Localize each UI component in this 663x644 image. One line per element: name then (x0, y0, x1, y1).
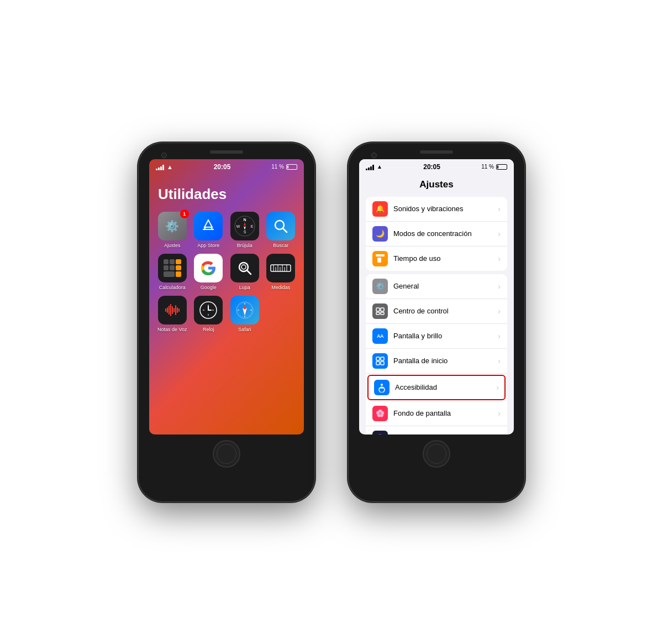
home-button-right[interactable] (423, 440, 450, 468)
svg-text:N: N (243, 218, 246, 222)
app-label-calculadora: Calculadora (159, 285, 186, 290)
settings-label-accesibilidad: Accesibilidad (395, 383, 496, 391)
app-grid: ⚙️ 1 Ajustes App Stor (149, 212, 304, 332)
app-icon-buscar (266, 212, 295, 240)
chevron-inicio: › (498, 357, 501, 365)
svg-rect-37 (376, 254, 385, 256)
settings-label-control: Centro de control (393, 307, 498, 315)
svg-text:W: W (236, 224, 240, 228)
app-item-safari[interactable]: Safari (229, 296, 260, 332)
settings-row-concentracion[interactable]: 🌙 Modos de concentración › (366, 222, 507, 247)
app-label-google: Google (201, 285, 217, 290)
app-icon-appstore (194, 212, 223, 240)
settings-row-sonidos[interactable]: 🔔 Sonidos y vibraciones › (366, 197, 507, 222)
phone-left: ▲ 20:05 11 % Utilidades ⚙️ 1 (138, 143, 315, 502)
app-icon-ajustes: ⚙️ 1 (158, 212, 187, 240)
home-button-inner-right (427, 444, 446, 464)
svg-rect-40 (381, 308, 384, 311)
settings-row-general[interactable]: ⚙️ General › (366, 274, 507, 299)
app-item-reloj[interactable]: Reloj (193, 296, 224, 332)
settings-icon-sonidos: 🔔 (372, 201, 388, 217)
status-left-icons-right: ▲ (366, 164, 382, 170)
settings-label-tiempo: Tiempo de uso (393, 254, 498, 263)
home-screen: ▲ 20:05 11 % Utilidades ⚙️ 1 (149, 159, 304, 434)
chevron-sonidos: › (498, 205, 501, 213)
app-icon-medidas (266, 254, 295, 282)
settings-row-accesibilidad[interactable]: Accesibilidad › (367, 375, 506, 400)
app-icon-notasvoz (158, 296, 187, 324)
chevron-fondo: › (498, 409, 501, 418)
app-label-appstore: App Store (197, 243, 219, 248)
camera-right (371, 153, 377, 158)
home-button-left[interactable] (213, 440, 240, 468)
chevron-siri: › (498, 434, 501, 434)
settings-row-pantalla[interactable]: AA Pantalla y brillo › (366, 324, 507, 349)
settings-label-general: General (393, 282, 498, 290)
settings-row-tiempo[interactable]: Tiempo de uso › (366, 247, 507, 271)
speaker-left (210, 150, 243, 154)
svg-line-13 (247, 270, 251, 274)
phone-right: ▲ 20:05 11 % Ajustes 🔔 (348, 143, 525, 502)
speaker-right (420, 150, 453, 154)
app-icon-lupa (230, 254, 259, 282)
settings-label-pantalla: Pantalla y brillo (393, 332, 498, 340)
settings-icon-general: ⚙️ (372, 279, 388, 294)
app-label-reloj: Reloj (203, 327, 214, 332)
status-bar-left: ▲ 20:05 11 % (149, 159, 304, 175)
phone-top-bar-left (138, 143, 315, 154)
signal-icon-right (366, 164, 374, 170)
svg-rect-41 (376, 312, 380, 315)
app-item-google[interactable]: Google (193, 254, 224, 290)
battery-icon-left (286, 164, 297, 170)
settings-row-inicio[interactable]: Pantalla de inicio › (366, 349, 507, 374)
status-left-icons: ▲ (156, 164, 173, 170)
settings-icon-fondo: 🌸 (372, 406, 388, 421)
svg-rect-42 (381, 312, 384, 315)
phone-screen-right: ▲ 20:05 11 % Ajustes 🔔 (359, 159, 514, 434)
settings-row-fondo[interactable]: 🌸 Fondo de pantalla › (366, 401, 507, 426)
wifi-icon-right: ▲ (377, 164, 382, 170)
app-label-safari: Safari (238, 327, 251, 332)
settings-label-inicio: Pantalla de inicio (393, 357, 498, 365)
settings-title: Ajustes (359, 179, 514, 190)
app-item-brujula[interactable]: N S W E Brújula (229, 212, 260, 248)
settings-header: Ajustes (359, 175, 514, 193)
time-right: 20:05 (423, 163, 440, 171)
settings-icon-siri (372, 431, 388, 434)
app-item-medidas[interactable]: Medidas (266, 254, 297, 290)
settings-label-siri: Siri y Buscar (393, 434, 498, 434)
app-item-calculadora[interactable]: Calculadora (157, 254, 188, 290)
home-button-inner-left (217, 444, 236, 464)
svg-line-10 (283, 228, 287, 232)
app-item-lupa[interactable]: Lupa (229, 254, 260, 290)
app-icon-calculadora (158, 254, 187, 282)
app-item-appstore[interactable]: App Store (193, 212, 224, 248)
app-item-ajustes[interactable]: ⚙️ 1 Ajustes (157, 212, 188, 248)
app-item-buscar[interactable]: Buscar (266, 212, 297, 248)
battery-icon-right (496, 164, 507, 170)
svg-rect-44 (381, 357, 384, 360)
settings-icon-tiempo (372, 251, 388, 266)
chevron-concentracion: › (498, 229, 501, 238)
svg-marker-8 (244, 226, 246, 230)
settings-row-siri[interactable]: Siri y Buscar › (366, 426, 507, 434)
camera-left (161, 153, 167, 158)
app-icon-safari (230, 296, 259, 324)
settings-icon-accesibilidad (374, 380, 390, 395)
status-right-icons-right: 11 % (481, 164, 507, 170)
app-label-lupa: Lupa (239, 285, 250, 290)
battery-label-right: 11 % (481, 164, 494, 170)
app-label-brujula: Brújula (237, 243, 252, 248)
app-item-notasvoz[interactable]: Notas de Voz (157, 296, 188, 332)
app-icon-brujula: N S W E (230, 212, 259, 240)
settings-section-1: 🔔 Sonidos y vibraciones › 🌙 Modos de con… (366, 197, 507, 271)
settings-row-control[interactable]: Centro de control › (366, 299, 507, 324)
battery-label-left: 11 % (271, 164, 284, 170)
status-right-icons-left: 11 % (271, 164, 297, 170)
chevron-tiempo: › (498, 254, 501, 263)
settings-section-2: ⚙️ General › Centro de control (366, 274, 507, 434)
svg-rect-45 (376, 362, 380, 365)
chevron-general: › (498, 282, 501, 291)
phone-screen-left: ▲ 20:05 11 % Utilidades ⚙️ 1 (149, 159, 304, 434)
time-left: 20:05 (214, 163, 231, 171)
